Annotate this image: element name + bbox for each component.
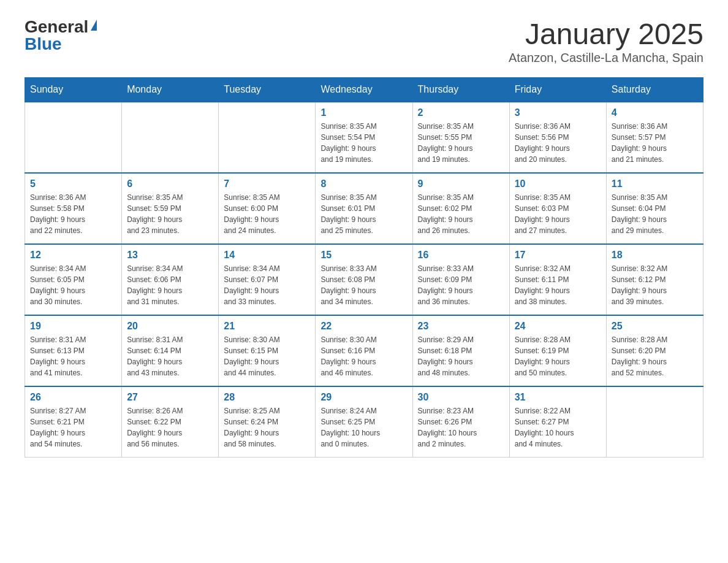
day-info: Sunrise: 8:24 AM Sunset: 6:25 PM Dayligh…	[320, 405, 407, 450]
day-number: 22	[320, 321, 407, 332]
col-header-saturday: Saturday	[606, 77, 703, 102]
calendar-cell: 8Sunrise: 8:35 AM Sunset: 6:01 PM Daylig…	[316, 173, 412, 244]
day-number: 13	[127, 250, 213, 261]
calendar-cell: 19Sunrise: 8:31 AM Sunset: 6:13 PM Dayli…	[25, 315, 122, 386]
calendar-cell: 14Sunrise: 8:34 AM Sunset: 6:07 PM Dayli…	[219, 244, 316, 315]
week-row-3: 12Sunrise: 8:34 AM Sunset: 6:05 PM Dayli…	[25, 244, 703, 315]
calendar-cell: 13Sunrise: 8:34 AM Sunset: 6:06 PM Dayli…	[122, 244, 219, 315]
calendar-cell: 21Sunrise: 8:30 AM Sunset: 6:15 PM Dayli…	[219, 315, 316, 386]
day-info: Sunrise: 8:31 AM Sunset: 6:14 PM Dayligh…	[127, 334, 213, 378]
day-info: Sunrise: 8:35 AM Sunset: 6:02 PM Dayligh…	[418, 192, 504, 236]
day-number: 5	[30, 178, 116, 190]
day-number: 3	[515, 107, 601, 118]
day-number: 2	[418, 107, 504, 118]
day-number: 21	[224, 321, 310, 332]
day-info: Sunrise: 8:35 AM Sunset: 5:59 PM Dayligh…	[127, 192, 213, 236]
calendar-cell: 18Sunrise: 8:32 AM Sunset: 6:12 PM Dayli…	[606, 244, 703, 315]
calendar-cell: 24Sunrise: 8:28 AM Sunset: 6:19 PM Dayli…	[509, 315, 606, 386]
day-info: Sunrise: 8:36 AM Sunset: 5:57 PM Dayligh…	[612, 121, 698, 165]
day-info: Sunrise: 8:32 AM Sunset: 6:12 PM Dayligh…	[612, 263, 698, 307]
day-number: 26	[30, 392, 116, 403]
col-header-sunday: Sunday	[25, 77, 122, 102]
calendar-cell: 31Sunrise: 8:22 AM Sunset: 6:27 PM Dayli…	[509, 386, 606, 458]
day-number: 12	[30, 250, 116, 261]
logo-blue-text: Blue	[25, 36, 62, 53]
day-info: Sunrise: 8:22 AM Sunset: 6:27 PM Dayligh…	[515, 405, 601, 450]
day-info: Sunrise: 8:35 AM Sunset: 5:55 PM Dayligh…	[418, 121, 504, 165]
calendar-cell	[122, 102, 219, 173]
day-number: 14	[224, 250, 310, 261]
calendar-cell: 7Sunrise: 8:35 AM Sunset: 6:00 PM Daylig…	[219, 173, 316, 244]
day-info: Sunrise: 8:36 AM Sunset: 5:58 PM Dayligh…	[30, 192, 116, 236]
day-info: Sunrise: 8:29 AM Sunset: 6:18 PM Dayligh…	[418, 334, 504, 378]
day-number: 11	[612, 178, 698, 190]
calendar-table: SundayMondayTuesdayWednesdayThursdayFrid…	[25, 77, 703, 458]
day-info: Sunrise: 8:35 AM Sunset: 5:54 PM Dayligh…	[320, 121, 407, 165]
day-info: Sunrise: 8:28 AM Sunset: 6:19 PM Dayligh…	[515, 334, 601, 378]
week-row-2: 5Sunrise: 8:36 AM Sunset: 5:58 PM Daylig…	[25, 173, 703, 244]
day-number: 27	[127, 392, 213, 403]
day-number: 23	[418, 321, 504, 332]
day-info: Sunrise: 8:36 AM Sunset: 5:56 PM Dayligh…	[515, 121, 601, 165]
day-number: 30	[418, 392, 504, 403]
logo: General Blue	[25, 18, 97, 53]
col-header-wednesday: Wednesday	[316, 77, 412, 102]
calendar-cell: 27Sunrise: 8:26 AM Sunset: 6:22 PM Dayli…	[122, 386, 219, 458]
day-number: 17	[515, 250, 601, 261]
logo-general-text: General	[25, 18, 88, 36]
calendar-cell: 16Sunrise: 8:33 AM Sunset: 6:09 PM Dayli…	[412, 244, 509, 315]
day-info: Sunrise: 8:27 AM Sunset: 6:21 PM Dayligh…	[30, 405, 116, 450]
calendar-cell: 20Sunrise: 8:31 AM Sunset: 6:14 PM Dayli…	[122, 315, 219, 386]
calendar-cell: 17Sunrise: 8:32 AM Sunset: 6:11 PM Dayli…	[509, 244, 606, 315]
logo-triangle-icon	[91, 20, 97, 31]
calendar-cell	[25, 102, 122, 173]
calendar-cell: 25Sunrise: 8:28 AM Sunset: 6:20 PM Dayli…	[606, 315, 703, 386]
day-info: Sunrise: 8:35 AM Sunset: 6:03 PM Dayligh…	[515, 192, 601, 236]
calendar-cell	[606, 386, 703, 458]
calendar-cell: 3Sunrise: 8:36 AM Sunset: 5:56 PM Daylig…	[509, 102, 606, 173]
calendar-cell: 12Sunrise: 8:34 AM Sunset: 6:05 PM Dayli…	[25, 244, 122, 315]
calendar-cell: 6Sunrise: 8:35 AM Sunset: 5:59 PM Daylig…	[122, 173, 219, 244]
day-info: Sunrise: 8:28 AM Sunset: 6:20 PM Dayligh…	[612, 334, 698, 378]
day-info: Sunrise: 8:32 AM Sunset: 6:11 PM Dayligh…	[515, 263, 601, 307]
day-number: 4	[612, 107, 698, 118]
calendar-cell: 22Sunrise: 8:30 AM Sunset: 6:16 PM Dayli…	[316, 315, 412, 386]
day-number: 15	[320, 250, 407, 261]
col-header-thursday: Thursday	[412, 77, 509, 102]
day-info: Sunrise: 8:34 AM Sunset: 6:05 PM Dayligh…	[30, 263, 116, 307]
month-title: January 2025	[509, 18, 703, 51]
calendar-cell: 5Sunrise: 8:36 AM Sunset: 5:58 PM Daylig…	[25, 173, 122, 244]
day-info: Sunrise: 8:25 AM Sunset: 6:24 PM Dayligh…	[224, 405, 310, 450]
day-number: 28	[224, 392, 310, 403]
week-row-4: 19Sunrise: 8:31 AM Sunset: 6:13 PM Dayli…	[25, 315, 703, 386]
calendar-cell: 26Sunrise: 8:27 AM Sunset: 6:21 PM Dayli…	[25, 386, 122, 458]
day-number: 24	[515, 321, 601, 332]
title-area: January 2025 Atanzon, Castille-La Mancha…	[509, 18, 703, 65]
day-info: Sunrise: 8:34 AM Sunset: 6:07 PM Dayligh…	[224, 263, 310, 307]
day-info: Sunrise: 8:33 AM Sunset: 6:08 PM Dayligh…	[320, 263, 407, 307]
page-header: General Blue January 2025 Atanzon, Casti…	[25, 18, 703, 65]
calendar-header-row: SundayMondayTuesdayWednesdayThursdayFrid…	[25, 77, 703, 102]
location-title: Atanzon, Castille-La Mancha, Spain	[509, 51, 703, 65]
calendar-cell: 10Sunrise: 8:35 AM Sunset: 6:03 PM Dayli…	[509, 173, 606, 244]
week-row-5: 26Sunrise: 8:27 AM Sunset: 6:21 PM Dayli…	[25, 386, 703, 458]
day-info: Sunrise: 8:34 AM Sunset: 6:06 PM Dayligh…	[127, 263, 213, 307]
day-number: 31	[515, 392, 601, 403]
day-info: Sunrise: 8:30 AM Sunset: 6:16 PM Dayligh…	[320, 334, 407, 378]
day-number: 19	[30, 321, 116, 332]
day-number: 6	[127, 178, 213, 190]
calendar-cell: 11Sunrise: 8:35 AM Sunset: 6:04 PM Dayli…	[606, 173, 703, 244]
day-number: 8	[320, 178, 407, 190]
col-header-friday: Friday	[509, 77, 606, 102]
calendar-cell: 29Sunrise: 8:24 AM Sunset: 6:25 PM Dayli…	[316, 386, 412, 458]
day-number: 10	[515, 178, 601, 190]
day-number: 20	[127, 321, 213, 332]
calendar-cell: 9Sunrise: 8:35 AM Sunset: 6:02 PM Daylig…	[412, 173, 509, 244]
col-header-monday: Monday	[122, 77, 219, 102]
day-number: 9	[418, 178, 504, 190]
day-number: 1	[320, 107, 407, 118]
calendar-cell: 4Sunrise: 8:36 AM Sunset: 5:57 PM Daylig…	[606, 102, 703, 173]
day-number: 18	[612, 250, 698, 261]
day-number: 25	[612, 321, 698, 332]
calendar-cell: 15Sunrise: 8:33 AM Sunset: 6:08 PM Dayli…	[316, 244, 412, 315]
